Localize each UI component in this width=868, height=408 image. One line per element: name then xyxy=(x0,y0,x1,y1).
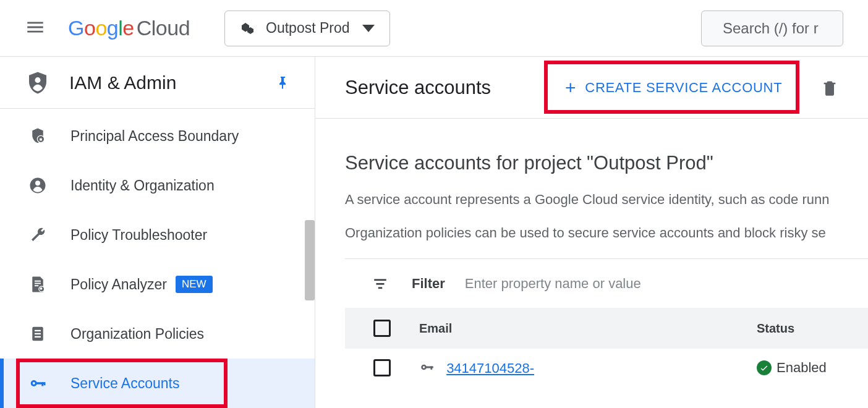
sidebar-item-organization-policies[interactable]: Organization Policies xyxy=(0,309,315,359)
document-icon xyxy=(28,325,47,343)
search-placeholder: Search (/) for r xyxy=(723,20,819,37)
column-header-status[interactable]: Status xyxy=(757,321,868,336)
svg-point-27 xyxy=(423,366,425,368)
filter-placeholder: Enter property name or value xyxy=(465,276,641,292)
sidebar-item-label: Identity & Organization xyxy=(70,177,215,194)
key-icon xyxy=(419,359,435,375)
svg-rect-21 xyxy=(41,382,43,386)
svg-rect-24 xyxy=(377,283,385,284)
hamburger-icon xyxy=(25,17,46,38)
sidebar-item-label: Policy Analyzer xyxy=(70,276,167,293)
person-icon xyxy=(28,176,47,195)
create-service-account-button[interactable]: + CREATE SERVICE ACCOUNT xyxy=(565,77,782,98)
svg-rect-15 xyxy=(35,330,41,331)
svg-point-7 xyxy=(35,181,40,185)
create-button-label: CREATE SERVICE ACCOUNT xyxy=(585,80,782,96)
sidebar-nav: Principal Access Boundary Identity & Org… xyxy=(0,109,315,408)
svg-rect-17 xyxy=(35,336,41,338)
sidebar-item-principal-access-boundary[interactable]: Principal Access Boundary xyxy=(0,111,315,161)
new-badge: NEW xyxy=(176,276,213,293)
filter-bar[interactable]: Filter Enter property name or value xyxy=(345,258,868,308)
sidebar-item-policy-analyzer[interactable]: Policy Analyzer NEW xyxy=(0,260,315,309)
svg-rect-16 xyxy=(35,333,41,334)
content-description-2: Organization policies can be used to sec… xyxy=(345,225,868,241)
svg-rect-22 xyxy=(44,382,46,385)
main-content: Service accounts + CREATE SERVICE ACCOUN… xyxy=(315,57,868,408)
svg-rect-5 xyxy=(40,138,42,141)
svg-point-13 xyxy=(40,287,42,290)
sidebar-item-label: Service Accounts xyxy=(70,375,179,392)
project-name-label: Outpost Prod xyxy=(266,20,350,36)
service-account-email-link[interactable]: 34147104528- xyxy=(446,360,534,376)
content-description-1: A service account represents a Google Cl… xyxy=(345,192,868,208)
content-heading: Service accounts for project "Outpost Pr… xyxy=(345,152,868,174)
svg-rect-10 xyxy=(35,285,38,286)
document-search-icon xyxy=(28,275,47,294)
page-title: Service accounts xyxy=(345,77,491,99)
shield-lock-icon xyxy=(28,127,47,145)
search-input[interactable]: Search (/) for r xyxy=(701,11,843,46)
delete-icon[interactable] xyxy=(821,79,838,96)
sidebar-item-policy-troubleshooter[interactable]: Policy Troubleshooter xyxy=(0,210,315,260)
select-all-checkbox[interactable] xyxy=(373,320,391,337)
svg-point-2 xyxy=(35,77,40,83)
wrench-icon xyxy=(28,226,47,244)
key-icon xyxy=(28,374,47,393)
svg-rect-8 xyxy=(35,281,41,282)
sidebar-item-label: Policy Troubleshooter xyxy=(70,227,207,244)
iam-shield-icon xyxy=(25,68,51,98)
chevron-down-icon xyxy=(362,24,375,33)
column-header-email[interactable]: Email xyxy=(419,321,757,336)
sidebar-item-label: Principal Access Boundary xyxy=(70,128,239,145)
sidebar-scrollbar[interactable] xyxy=(305,220,315,300)
sidebar-item-identity-organization[interactable]: Identity & Organization xyxy=(0,161,315,210)
sidebar-title: IAM & Admin xyxy=(69,72,275,93)
sidebar: IAM & Admin Principal Access Boundary Id… xyxy=(0,57,315,408)
project-icon xyxy=(240,21,255,36)
filter-icon xyxy=(372,276,388,292)
google-cloud-logo: Google Cloud xyxy=(68,16,190,40)
status-text: Enabled xyxy=(777,360,827,376)
svg-rect-9 xyxy=(35,283,41,284)
table-header-row: Email Status xyxy=(345,308,868,349)
svg-rect-25 xyxy=(378,287,383,289)
svg-rect-29 xyxy=(430,366,432,369)
filter-label: Filter xyxy=(412,276,445,292)
plus-icon: + xyxy=(565,77,576,98)
pin-icon[interactable] xyxy=(275,74,290,92)
svg-point-19 xyxy=(33,382,35,385)
row-checkbox[interactable] xyxy=(373,359,391,376)
table-row: 34147104528- Enabled xyxy=(345,349,868,387)
enabled-check-icon xyxy=(757,360,772,375)
sidebar-item-label: Organization Policies xyxy=(70,326,204,342)
svg-rect-23 xyxy=(374,279,386,281)
project-selector[interactable]: Outpost Prod xyxy=(224,11,390,46)
menu-button[interactable] xyxy=(25,17,49,40)
sidebar-item-service-accounts[interactable]: Service Accounts xyxy=(0,359,315,408)
